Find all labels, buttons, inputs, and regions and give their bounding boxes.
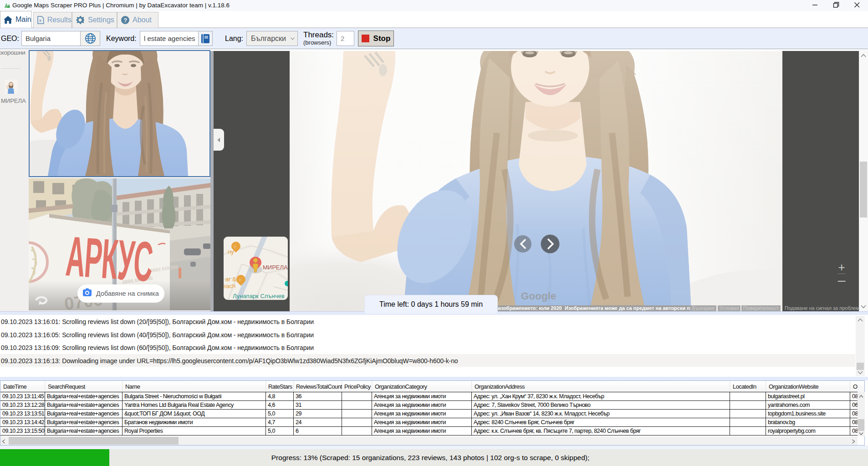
svg-text:each: each <box>224 283 235 289</box>
svg-text:ar &: ar & <box>225 276 236 283</box>
svg-text:Google: Google <box>521 290 557 302</box>
svg-text:Лунапарк Слънчев: Лунапарк Слънчев <box>233 293 285 299</box>
svg-text:ny: ny <box>228 248 234 255</box>
svg-text:АРКУС: АРКУС <box>64 224 155 294</box>
svg-text:⑂: ⑂ <box>239 278 241 282</box>
svg-text:?: ? <box>123 17 127 24</box>
svg-text:МИРЕЛА: МИРЕЛА <box>263 264 288 271</box>
svg-text:⑂: ⑂ <box>234 244 236 249</box>
svg-text:Добавяне на снимка: Добавяне на снимка <box>96 290 159 297</box>
svg-text:x: x <box>39 18 41 23</box>
